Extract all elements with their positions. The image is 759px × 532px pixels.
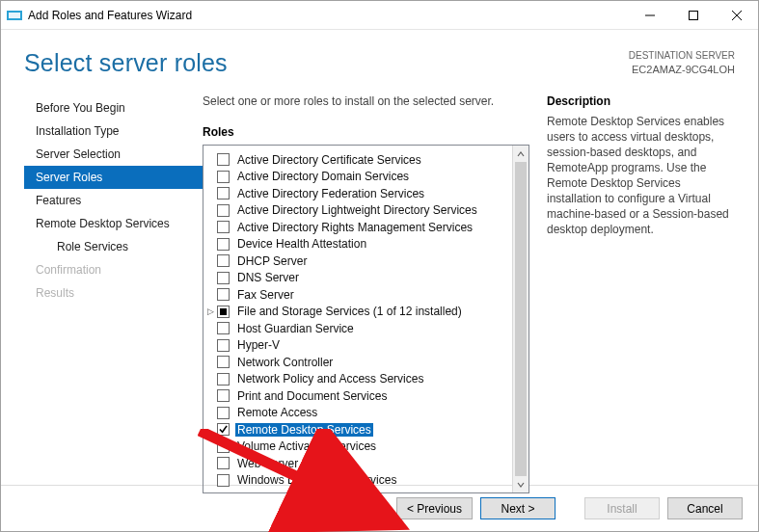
scroll-down-button[interactable] [513,476,529,492]
role-label: File and Storage Services (1 of 12 insta… [235,305,464,318]
nav-item-confirmation: Confirmation [24,258,203,281]
nav-item-server-selection[interactable]: Server Selection [24,143,203,166]
role-label: DHCP Server [235,254,309,268]
role-row[interactable]: Remote Desktop Services [217,421,508,439]
role-row[interactable]: Windows Deployment Services [217,472,508,490]
role-row[interactable]: Fax Server [217,286,508,304]
destination-label: DESTINATION SERVER [629,49,735,63]
role-label: DNS Server [235,271,301,284]
role-row[interactable]: Hyper-V [217,337,508,355]
role-row[interactable]: Active Directory Domain Services [217,169,508,186]
role-label: Windows Deployment Services [235,473,398,487]
nav-item-results: Results [24,281,203,305]
role-row[interactable]: DHCP Server [217,253,508,270]
role-checkbox[interactable] [217,322,230,334]
role-checkbox[interactable] [217,272,230,284]
nav-item-features[interactable]: Features [24,189,203,212]
role-checkbox[interactable] [217,373,230,386]
window-controls [628,1,758,29]
role-checkbox[interactable] [217,440,230,453]
role-checkbox[interactable] [217,339,230,352]
minimize-button[interactable] [628,1,671,29]
role-row[interactable]: Active Directory Certificate Services [217,151,508,169]
destination-server-name: EC2AMAZ-9CG4LOH [629,63,735,76]
role-label: Active Directory Federation Services [235,187,426,200]
role-row[interactable]: Network Controller [217,354,508,371]
destination-info: DESTINATION SERVER EC2AMAZ-9CG4LOH [629,49,735,76]
previous-button[interactable]: < Previous [396,497,473,519]
role-label: Hyper-V [235,338,282,352]
role-label: Fax Server [235,288,296,302]
role-checkbox[interactable] [217,204,230,217]
role-label: Print and Document Services [235,389,389,403]
role-row[interactable]: ▷File and Storage Services (1 of 12 inst… [217,304,508,321]
install-button: Install [584,497,660,519]
role-label: Network Controller [235,356,335,369]
role-row[interactable]: Host Guardian Service [217,320,508,337]
roles-heading: Roles [203,125,529,139]
cancel-button[interactable]: Cancel [667,497,743,519]
role-label: Remote Desktop Services [235,423,373,437]
role-row[interactable]: Web Server (IIS) [217,455,508,472]
role-label: Active Directory Lightweight Directory S… [235,203,479,217]
expander-icon[interactable]: ▷ [205,306,215,316]
role-row[interactable]: Network Policy and Access Services [217,371,508,388]
role-checkbox[interactable] [217,171,230,183]
role-row[interactable]: Active Directory Lightweight Directory S… [217,202,508,220]
nav-item-installation-type[interactable]: Installation Type [24,120,203,143]
role-label: Host Guardian Service [235,322,356,335]
role-label: Active Directory Rights Management Servi… [235,221,474,234]
role-checkbox[interactable] [217,306,230,318]
nav-item-role-services[interactable]: Role Services [24,235,203,258]
role-checkbox[interactable] [217,153,230,166]
role-row[interactable]: DNS Server [217,270,508,287]
role-row[interactable]: Volume Activation Services [217,439,508,456]
roles-listbox: Active Directory Certificate ServicesAct… [203,145,529,493]
role-checkbox[interactable] [217,238,230,251]
scroll-up-button[interactable] [513,146,529,162]
title-bar: Add Roles and Features Wizard [1,1,758,30]
nav-item-before-you-begin[interactable]: Before You Begin [24,96,203,120]
role-label: Remote Access [235,406,319,419]
scrollbar[interactable] [512,146,529,492]
role-label: Active Directory Domain Services [235,170,411,183]
description-heading: Description [547,94,735,108]
next-button[interactable]: Next > [480,497,556,519]
role-checkbox[interactable] [217,254,230,267]
wizard-nav: Before You BeginInstallation TypeServer … [24,94,203,482]
role-checkbox[interactable] [217,356,230,368]
role-checkbox[interactable] [217,407,230,419]
role-label: Device Health Attestation [235,237,368,251]
role-row[interactable]: Active Directory Federation Services [217,185,508,202]
nav-item-remote-desktop-services[interactable]: Remote Desktop Services [24,212,203,235]
maximize-button[interactable] [671,1,715,29]
svg-rect-1 [9,13,20,18]
role-label: Web Server (IIS) [235,457,325,470]
role-checkbox[interactable] [217,389,230,402]
role-checkbox[interactable] [217,221,230,233]
role-checkbox[interactable] [217,423,230,436]
wizard-window: Add Roles and Features Wizard Select ser… [0,0,759,532]
role-label: Active Directory Certificate Services [235,153,423,167]
nav-item-server-roles[interactable]: Server Roles [24,166,203,189]
role-checkbox[interactable] [217,474,230,487]
role-checkbox[interactable] [217,288,230,301]
intro-text: Select one or more roles to install on t… [203,94,529,108]
window-title: Add Roles and Features Wizard [28,9,628,22]
svg-rect-3 [689,11,697,19]
description-text: Remote Desktop Services enables users to… [547,114,735,237]
page-title: Select server roles [24,49,228,77]
role-row[interactable]: Active Directory Rights Management Servi… [217,219,508,236]
role-label: Network Policy and Access Services [235,372,425,386]
role-checkbox[interactable] [217,457,230,469]
role-row[interactable]: Device Health Attestation [217,236,508,253]
server-manager-icon [7,8,22,23]
role-checkbox[interactable] [217,187,230,200]
scroll-thumb[interactable] [515,162,527,476]
role-row[interactable]: Print and Document Services [217,387,508,405]
role-row[interactable]: Remote Access [217,405,508,422]
close-button[interactable] [715,1,758,29]
role-label: Volume Activation Services [235,439,378,453]
